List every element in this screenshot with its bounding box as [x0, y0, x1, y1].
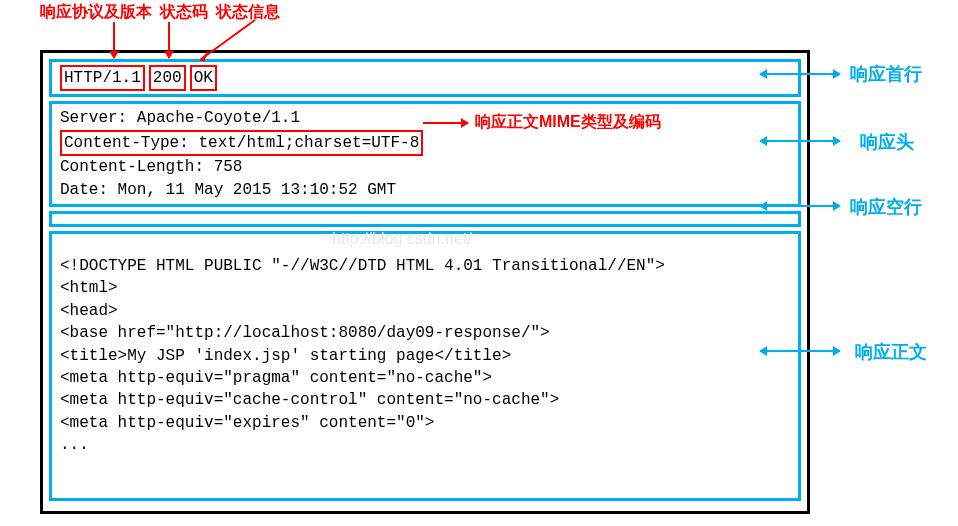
label-protocol: 响应协议及版本: [40, 2, 152, 23]
header-content-type-box: Content-Type: text/html;charset=UTF-8: [60, 130, 423, 156]
header-server: Server: Apache-Coyote/1.1: [60, 107, 790, 129]
body-line-6: <meta http-equiv="pragma" content="no-ca…: [60, 367, 790, 389]
body-line-0: <!DOCTYPE HTML PUBLIC "-//W3C//DTD HTML …: [60, 255, 790, 277]
http-response-container: HTTP/1.1200OK Server: Apache-Coyote/1.1 …: [40, 50, 810, 514]
header-date: Date: Mon, 11 May 2015 13:10:52 GMT: [60, 179, 790, 201]
body-line-9: ...: [60, 434, 790, 456]
status-code-box: 200: [149, 65, 186, 91]
svg-line-0: [200, 20, 255, 60]
label-body-right: 响应正文: [855, 340, 927, 364]
body-line-2: <head>: [60, 300, 790, 322]
body-line-1: <html>: [60, 277, 790, 299]
arrow-status-line-right: [760, 73, 840, 75]
label-status-msg: 状态信息: [216, 2, 280, 23]
status-msg-box: OK: [190, 65, 217, 91]
body-line-5: <title>My JSP 'index.jsp' starting page<…: [60, 345, 790, 367]
arrow-protocol: [113, 22, 115, 58]
label-mime: 响应正文MIME类型及编码: [475, 112, 661, 133]
label-empty-line-right: 响应空行: [850, 195, 922, 219]
body-line-8: <meta http-equiv="expires" content="0">: [60, 412, 790, 434]
label-headers-right: 响应头: [860, 130, 914, 154]
arrow-status-code: [168, 22, 170, 58]
body-line-3: <base href="http://localhost:8080/day09-…: [60, 322, 790, 344]
label-status-code: 状态码: [160, 2, 208, 23]
arrow-mime: [423, 122, 468, 124]
arrow-empty-line-right: [760, 205, 840, 207]
arrow-status-msg: [195, 18, 265, 66]
arrow-body-right: [760, 350, 840, 352]
label-status-line-right: 响应首行: [850, 62, 922, 86]
status-line-section: HTTP/1.1200OK: [49, 59, 801, 97]
svg-marker-1: [200, 50, 209, 62]
top-annotation-row: 响应协议及版本 状态码 状态信息: [40, 2, 280, 23]
headers-section: Server: Apache-Coyote/1.1 Content-Type: …: [49, 101, 801, 207]
header-content-length: Content-Length: 758: [60, 156, 790, 178]
arrow-headers-right: [760, 140, 840, 142]
body-line-7: <meta http-equiv="cache-control" content…: [60, 389, 790, 411]
body-section: http://blog.csdn.net/ <!DOCTYPE HTML PUB…: [49, 231, 801, 501]
empty-line-section: [49, 211, 801, 227]
status-protocol-box: HTTP/1.1: [60, 65, 145, 91]
